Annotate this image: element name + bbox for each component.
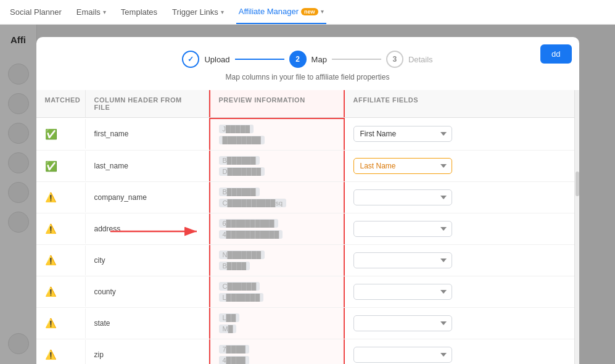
col-affiliate-fields: AFFILIATE FIELDS bbox=[345, 90, 574, 117]
preview-text: 4████ bbox=[219, 356, 249, 364]
map-modal: dd ✓ Upload 2 Map 3 Details bbox=[36, 37, 579, 364]
modal-content: MATCHED COLUMN HEADER FROM FILE PREVIEW … bbox=[36, 90, 579, 364]
nav-social-planner[interactable]: Social Planner bbox=[7, 0, 64, 24]
chevron-down-icon: ▾ bbox=[321, 8, 324, 15]
preview-text: 6██████████ bbox=[219, 219, 278, 228]
column-header-cell: state bbox=[86, 308, 209, 338]
nav-emails[interactable]: Emails ▾ bbox=[74, 0, 109, 24]
table-row: ⚠️zip7████4████First NameLast NameEmailP… bbox=[36, 339, 574, 364]
affiliate-field-cell: First NameLast NameEmailPhoneCompanyAddr… bbox=[345, 246, 574, 275]
column-header-cell: city bbox=[86, 246, 209, 275]
chevron-down-icon: ▾ bbox=[221, 9, 224, 15]
matched-cell: ⚠️ bbox=[36, 277, 86, 307]
preview-text: M█ bbox=[219, 325, 237, 333]
warning-icon: ⚠️ bbox=[45, 349, 57, 360]
check-icon: ✅ bbox=[45, 160, 57, 172]
preview-cell: J█████████████ bbox=[209, 118, 345, 150]
affiliate-field-select[interactable]: First NameLast NameEmailPhoneCompanyAddr… bbox=[353, 126, 452, 142]
column-header-cell: zip bbox=[86, 340, 209, 364]
step-details: 3 Details bbox=[386, 51, 433, 68]
step-3-label: Details bbox=[408, 55, 433, 64]
preview-text: ████████ bbox=[219, 136, 265, 144]
column-header-cell: first_name bbox=[86, 119, 209, 149]
affiliate-field-cell: First NameLast NameEmailPhoneCompanyAddr… bbox=[345, 183, 574, 212]
chevron-down-icon: ▾ bbox=[103, 9, 106, 15]
page-body: Affi Affili dd ✓ U bbox=[0, 25, 615, 364]
preview-text: C██████████sq bbox=[219, 199, 287, 207]
affiliate-field-select[interactable]: First NameLast NameEmailPhoneCompanyAddr… bbox=[353, 221, 452, 237]
warning-icon: ⚠️ bbox=[45, 286, 57, 297]
column-header-cell: county bbox=[86, 277, 209, 307]
check-icon: ✅ bbox=[45, 128, 57, 140]
step-1-circle: ✓ bbox=[182, 51, 199, 68]
affiliate-field-cell: First NameLast NameEmailPhoneCompanyAddr… bbox=[345, 277, 574, 307]
preview-text: B██████ bbox=[219, 188, 260, 196]
affiliate-field-select[interactable]: First NameLast NameEmailPhoneCompanyAddr… bbox=[353, 284, 452, 300]
stepper: ✓ Upload 2 Map 3 Details bbox=[36, 37, 579, 73]
top-nav: Social Planner Emails ▾ Templates Trigge… bbox=[0, 0, 615, 25]
table-row: ⚠️company_nameB██████C██████████sqFirst … bbox=[36, 182, 574, 213]
affiliate-field-cell: First NameLast NameEmailPhoneCompanyAddr… bbox=[345, 214, 574, 244]
matched-cell: ⚠️ bbox=[36, 214, 86, 244]
table-row: ⚠️countyC██████L███████First NameLast Na… bbox=[36, 276, 574, 308]
affiliate-field-select[interactable]: First NameLast NameEmailPhoneCompanyAddr… bbox=[353, 347, 452, 363]
column-header-cell: address bbox=[86, 214, 209, 244]
preview-text: C██████ bbox=[219, 282, 260, 291]
affiliate-field-select[interactable]: First NameLast NameEmailPhoneCompanyAddr… bbox=[353, 252, 452, 268]
step-line-1 bbox=[235, 59, 284, 60]
preview-text: 4███████████ bbox=[219, 230, 283, 239]
table-row: ✅last_nameB██████D███████First NameLast … bbox=[36, 151, 574, 182]
table-wrap: MATCHED COLUMN HEADER FROM FILE PREVIEW … bbox=[36, 90, 574, 364]
column-header-cell: company_name bbox=[86, 183, 209, 212]
step-2-circle: 2 bbox=[289, 51, 307, 68]
stepper-subtitle: Map columns in your file to affiliate fi… bbox=[36, 73, 579, 90]
table-row: ✅first_nameJ█████████████First NameLast … bbox=[36, 118, 574, 151]
preview-text: B████ bbox=[219, 262, 250, 270]
affiliate-field-select[interactable]: First NameLast NameEmailPhoneCompanyAddr… bbox=[353, 189, 452, 205]
preview-cell: L██M█ bbox=[209, 308, 345, 339]
warning-icon: ⚠️ bbox=[45, 318, 57, 329]
col-matched: MATCHED bbox=[36, 90, 86, 117]
preview-text: D███████ bbox=[219, 167, 265, 176]
step-upload: ✓ Upload bbox=[182, 51, 229, 68]
warning-icon: ⚠️ bbox=[45, 255, 57, 266]
preview-text: 7████ bbox=[219, 345, 249, 354]
affiliate-field-cell: First NameLast NameEmailPhoneCompanyAddr… bbox=[345, 340, 574, 364]
column-header-cell: last_name bbox=[86, 151, 209, 181]
nav-trigger-links[interactable]: Trigger Links ▾ bbox=[170, 0, 226, 24]
warning-icon: ⚠️ bbox=[45, 192, 57, 203]
scrollbar-thumb[interactable] bbox=[576, 172, 579, 196]
affiliate-field-select[interactable]: First NameLast NameEmailPhoneCompanyAddr… bbox=[353, 158, 452, 174]
preview-text: L██ bbox=[219, 313, 240, 322]
preview-text: N███████ bbox=[219, 250, 265, 259]
step-2-label: Map bbox=[312, 55, 327, 64]
step-line-2 bbox=[332, 59, 381, 60]
affiliate-field-cell: First NameLast NameEmailPhoneCompanyAddr… bbox=[345, 151, 574, 181]
preview-cell: N███████B████ bbox=[209, 245, 345, 276]
step-1-label: Upload bbox=[204, 55, 229, 64]
matched-cell: ⚠️ bbox=[36, 246, 86, 275]
affiliate-field-cell: First NameLast NameEmailPhoneCompanyAddr… bbox=[345, 119, 574, 149]
col-preview: PREVIEW INFORMATION bbox=[209, 90, 345, 117]
preview-cell: 6██████████4███████████ bbox=[209, 213, 345, 244]
scrollbar-track[interactable] bbox=[574, 90, 579, 364]
matched-cell: ✅ bbox=[36, 119, 86, 149]
warning-icon: ⚠️ bbox=[45, 223, 57, 234]
matched-cell: ✅ bbox=[36, 151, 86, 181]
table-row: ⚠️address6██████████4███████████First Na… bbox=[36, 213, 574, 245]
new-badge: new bbox=[301, 8, 318, 15]
step-map: 2 Map bbox=[289, 51, 327, 68]
affiliate-field-cell: First NameLast NameEmailPhoneCompanyAddr… bbox=[345, 308, 574, 338]
preview-cell: B██████C██████████sq bbox=[209, 182, 345, 213]
table-row: ⚠️cityN███████B████First NameLast NameEm… bbox=[36, 245, 574, 276]
affiliate-field-select[interactable]: First NameLast NameEmailPhoneCompanyAddr… bbox=[353, 315, 452, 331]
table-row: ⚠️stateL██M█First NameLast NameEmailPhon… bbox=[36, 308, 574, 339]
matched-cell: ⚠️ bbox=[36, 183, 86, 212]
preview-text: L███████ bbox=[219, 293, 264, 302]
preview-cell: B██████D███████ bbox=[209, 151, 345, 181]
nav-templates[interactable]: Templates bbox=[118, 0, 160, 24]
matched-cell: ⚠️ bbox=[36, 308, 86, 338]
preview-cell: C██████L███████ bbox=[209, 276, 345, 307]
col-header-from-file: COLUMN HEADER FROM FILE bbox=[86, 90, 209, 117]
nav-affiliate-manager[interactable]: Affiliate Manager new ▾ bbox=[236, 0, 326, 24]
